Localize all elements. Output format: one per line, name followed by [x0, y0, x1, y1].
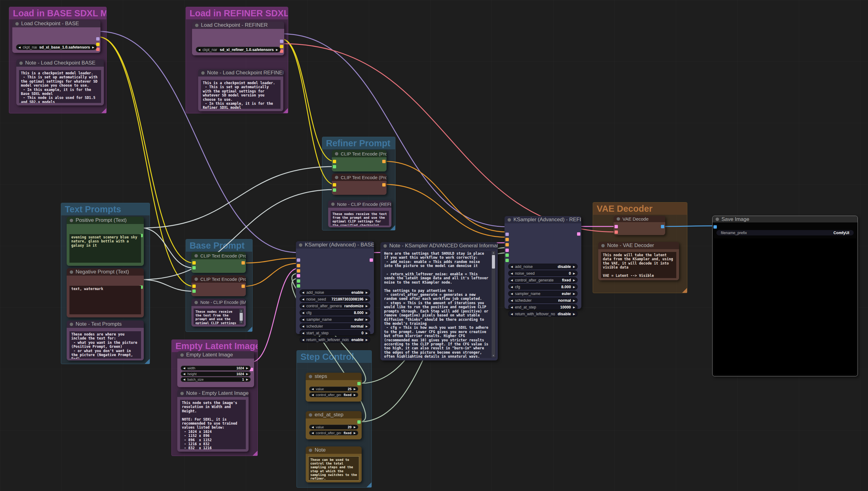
collapse-dot[interactable]	[70, 323, 73, 326]
widget-scheduler[interactable]: ◀schedulernormal▶	[508, 297, 578, 303]
widget-noise_seed[interactable]: ◀noise_seed0▶	[508, 270, 578, 276]
output-slot-conditioning[interactable]	[382, 183, 385, 186]
widget-decrement-arrow[interactable]: ◀	[302, 305, 304, 308]
input-slot-start-at-step[interactable]	[505, 259, 509, 262]
scrollbar[interactable]: ▲ ▼	[239, 309, 243, 324]
widget-increment-arrow[interactable]: ▶	[246, 378, 248, 381]
input-slot-end-at-step[interactable]	[297, 284, 300, 288]
node-clip-encode-refiner-negative[interactable]: CLIP Text Encode (Prompt)	[332, 174, 386, 195]
widget-decrement-arrow[interactable]: ◀	[312, 393, 314, 396]
widget-decrement-arrow[interactable]: ◀	[19, 46, 21, 49]
input-slot-model[interactable]	[505, 233, 509, 236]
collapse-dot[interactable]	[16, 22, 19, 26]
widget-increment-arrow[interactable]: ▶	[573, 285, 575, 289]
note-text[interactable]: Here are the settings that SHOULD stay i…	[382, 251, 496, 358]
collapse-dot[interactable]	[195, 301, 198, 304]
widget-increment-arrow[interactable]: ▶	[354, 387, 356, 391]
collapse-dot[interactable]	[299, 243, 302, 247]
output-slot-model[interactable]	[280, 40, 283, 43]
widget-return_with_leftover_noise[interactable]: ◀return_with_leftover_noiseenable▶	[299, 337, 370, 343]
output-slot-int[interactable]	[357, 420, 361, 424]
note-text[interactable]: This is a checkpoint model loader. - Thi…	[19, 70, 101, 103]
widget-width[interactable]: ◀width1024▶	[181, 366, 251, 371]
widget-decrement-arrow[interactable]: ◀	[312, 431, 314, 434]
input-slot-text[interactable]	[192, 266, 196, 269]
widget-control_after_generate[interactable]: ◀control_after_generatefixed▶	[309, 393, 358, 397]
input-slot-images[interactable]	[714, 225, 717, 229]
group-title[interactable]: Refiner Prompt	[322, 137, 395, 149]
node-load-checkpoint-refiner[interactable]: Load Checkpoint - REFINER ◀ckpt_namesd_x…	[192, 22, 284, 55]
widget-increment-arrow[interactable]: ▶	[573, 272, 575, 275]
widget-increment-arrow[interactable]: ▶	[366, 291, 368, 294]
collapse-dot[interactable]	[309, 413, 312, 417]
collapse-dot[interactable]	[335, 176, 338, 179]
input-slot-model[interactable]	[297, 258, 300, 262]
group-resize-handle[interactable]	[283, 108, 288, 113]
node-note-step-control[interactable]: Note These can be used to control the to…	[306, 446, 361, 482]
widget-decrement-arrow[interactable]: ◀	[511, 285, 513, 289]
widget-control_after_generate[interactable]: ◀control_after_generatefixed▶	[508, 277, 578, 283]
widget-add_noise[interactable]: ◀add_noisedisable▶	[508, 264, 578, 269]
collapse-dot[interactable]	[309, 375, 312, 378]
node-ksampler-advanced-base[interactable]: KSampler (Advanced) - BASE ◀add_noiseena…	[296, 241, 374, 334]
scroll-down-arrow[interactable]: ▼	[239, 320, 243, 324]
widget-decrement-arrow[interactable]: ◀	[511, 279, 513, 282]
widget-control_after_generate[interactable]: ◀control_after_generaterandomize▶	[299, 303, 370, 309]
collapse-dot[interactable]	[309, 449, 312, 452]
prompt-textarea[interactable]: evening sunset scenery blue sky nature, …	[69, 234, 141, 263]
widget-decrement-arrow[interactable]: ◀	[302, 291, 304, 294]
scroll-up-arrow[interactable]: ▲	[492, 251, 495, 254]
widget-increment-arrow[interactable]: ▶	[573, 292, 575, 295]
node-save-image[interactable]: Save Image filename_prefixComfyUI	[712, 216, 858, 376]
widget-decrement-arrow[interactable]: ◀	[312, 387, 314, 391]
widget-sampler_name[interactable]: ◀sampler_nameeuler▶	[508, 291, 578, 296]
input-slot-latent-image[interactable]	[297, 274, 300, 278]
collapse-dot[interactable]	[331, 202, 335, 206]
output-slot-latent[interactable]	[370, 258, 373, 262]
node-note-clip-encode-base[interactable]: Note - CLIP Encode (BASE) These nodes re…	[192, 299, 246, 327]
collapse-dot[interactable]	[508, 218, 511, 222]
widget-increment-arrow[interactable]: ▶	[246, 367, 248, 370]
collapse-dot[interactable]	[335, 152, 338, 155]
widget-control_after_generate[interactable]: ◀control_after_generatefixed▶	[309, 431, 358, 435]
widget-decrement-arrow[interactable]: ◀	[302, 298, 304, 301]
collapse-dot[interactable]	[70, 219, 73, 222]
widget-start_at_step[interactable]: ◀start_at_step0▶	[299, 330, 370, 336]
widget-increment-arrow[interactable]: ▶	[366, 298, 368, 301]
input-slot-positive[interactable]	[505, 238, 509, 241]
node-empty-latent-image[interactable]: Empty Latent Image ◀width1024▶◀height102…	[177, 351, 254, 387]
widget-cfg[interactable]: ◀cfg8.000▶	[508, 284, 578, 290]
widget-scheduler[interactable]: ◀schedulernormal▶	[299, 323, 370, 329]
note-text[interactable]: This is a checkpoint model loader. - Thi…	[201, 80, 281, 109]
node-end-at-step-primitive[interactable]: end_at_step ◀value20▶◀control_after_gene…	[306, 411, 361, 439]
input-slot-clip[interactable]	[333, 160, 336, 163]
input-slot-steps[interactable]	[505, 254, 509, 257]
output-slot-conditioning[interactable]	[241, 285, 245, 288]
group-title[interactable]: Base Prompt	[186, 239, 252, 252]
collapse-dot[interactable]	[180, 353, 184, 357]
output-slot-int[interactable]	[357, 382, 361, 385]
collapse-dot[interactable]	[383, 244, 387, 248]
widget-increment-arrow[interactable]: ▶	[366, 331, 368, 335]
widget-increment-arrow[interactable]: ▶	[354, 426, 356, 429]
collapse-dot[interactable]	[201, 71, 205, 75]
widget-increment-arrow[interactable]: ▶	[573, 265, 575, 268]
input-slot-clip[interactable]	[333, 183, 336, 186]
widget-return_with_leftover_noise[interactable]: ◀return_with_leftover_noisedisable▶	[508, 311, 578, 317]
input-slot-vae[interactable]	[614, 230, 618, 234]
widget-increment-arrow[interactable]: ▶	[366, 318, 368, 321]
widget-increment-arrow[interactable]: ▶	[573, 313, 575, 316]
widget-decrement-arrow[interactable]: ◀	[302, 311, 304, 314]
group-resize-handle[interactable]	[253, 451, 258, 456]
input-slot-positive[interactable]	[297, 264, 300, 267]
widget-filename_prefix[interactable]: filename_prefixComfyUI	[716, 230, 854, 236]
widget-increment-arrow[interactable]: ▶	[573, 299, 575, 302]
node-note-empty-latent[interactable]: Note - Empty Latent Image This node sets…	[177, 389, 249, 452]
widget-increment-arrow[interactable]: ▶	[366, 311, 368, 314]
note-text[interactable]: These nodes receive the text from the pr…	[194, 309, 244, 324]
widget-batch_size[interactable]: ◀batch_size1▶	[181, 377, 251, 382]
node-clip-encode-base-negative[interactable]: CLIP Text Encode (Prompt)	[192, 275, 246, 296]
node-clip-encode-base-positive[interactable]: CLIP Text Encode (Prompt)	[192, 252, 246, 273]
widget-value[interactable]: ◀value25▶	[309, 386, 358, 392]
widget-increment-arrow[interactable]: ▶	[276, 48, 278, 51]
